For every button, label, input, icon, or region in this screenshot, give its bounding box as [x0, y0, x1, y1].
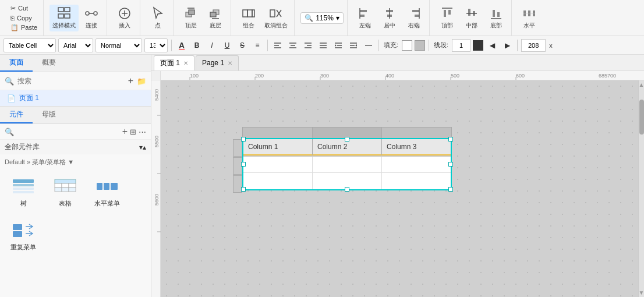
folder-icon[interactable]: 📁 — [137, 77, 146, 86]
fill-color-empty[interactable] — [402, 40, 412, 51]
text-align-left-button[interactable] — [271, 39, 284, 52]
font-size-select[interactable]: 13 — [144, 38, 168, 52]
component-tree[interactable]: 树 — [5, 172, 42, 211]
line-style-right[interactable]: ▶ — [501, 39, 514, 52]
text-justify-button[interactable] — [317, 39, 330, 52]
text-right-indent-button[interactable] — [347, 39, 360, 52]
page-search-input[interactable] — [17, 77, 125, 85]
handle-bl[interactable] — [241, 187, 246, 192]
valign-top-button[interactable]: 顶部 — [436, 5, 459, 31]
table-col2-header[interactable]: Column 2 — [313, 139, 382, 155]
page2-close-icon[interactable]: ✕ — [228, 60, 232, 66]
align-right-button[interactable]: 右端 — [402, 5, 426, 31]
svg-rect-24 — [360, 15, 365, 17]
tab-overview[interactable]: 概要 — [33, 55, 65, 72]
cut-button[interactable]: ✂ Cut — [8, 3, 40, 13]
bottom-layer-button[interactable]: 底层 — [204, 5, 227, 31]
text-style-select[interactable]: Normal — [95, 38, 142, 52]
tab-components[interactable]: 元件 — [0, 107, 33, 123]
insert-icon — [118, 6, 132, 20]
page1-close-icon[interactable]: ✕ — [183, 60, 188, 66]
handle-tc[interactable] — [345, 137, 349, 142]
component-table[interactable]: 表格 — [47, 172, 84, 211]
handle-bc[interactable] — [345, 187, 349, 192]
top-layer-button[interactable]: 顶层 — [179, 5, 203, 31]
canvas-scroll-area[interactable]: Column 1 Column 2 Column 3 — [161, 80, 638, 297]
valign-middle-button[interactable]: 中部 — [460, 5, 483, 31]
table-cell-2-3[interactable] — [382, 173, 451, 189]
svg-rect-80 — [13, 231, 22, 237]
more-component-icon[interactable]: ⋯ — [139, 128, 146, 136]
category-label: Default » 菜单/菜单格 ▼ — [0, 154, 151, 170]
scrollbar-thumb[interactable] — [639, 100, 644, 135]
svg-rect-20 — [270, 10, 275, 17]
cut-icon: ✂ — [10, 5, 16, 12]
strikethrough-button[interactable]: S — [236, 39, 249, 52]
components-search-input[interactable] — [16, 128, 120, 136]
table-cell-1-1[interactable] — [243, 157, 313, 173]
align-center-button[interactable]: 居中 — [378, 5, 401, 31]
bottom-layer-icon — [208, 6, 222, 20]
style-select[interactable]: Table Cell — [3, 38, 56, 52]
tab-masters[interactable]: 母版 — [33, 107, 65, 123]
table-widget-container[interactable]: Column 1 Column 2 Column 3 — [242, 127, 452, 190]
combine-button[interactable]: 组合 — [237, 5, 260, 31]
all-components-header[interactable]: 全部元件库 ▾▴ — [0, 140, 151, 154]
text-align-center-button[interactable] — [286, 39, 299, 52]
handle-br[interactable] — [448, 187, 453, 192]
svg-rect-65 — [13, 179, 34, 183]
line-color-box[interactable] — [473, 40, 483, 51]
connect-button[interactable]: 连接 — [80, 5, 103, 31]
text-left-indent-button[interactable] — [332, 39, 345, 52]
zoom-control[interactable]: 🔍 115% ▾ — [300, 12, 344, 24]
component-repeat[interactable]: 重复菜单 — [5, 216, 42, 255]
svg-rect-2 — [58, 14, 63, 18]
distribute-horizontal-button[interactable]: 水平 — [518, 5, 541, 31]
bold-button[interactable]: B — [190, 39, 203, 52]
font-select[interactable]: Arial — [58, 38, 93, 52]
copy-button[interactable]: ⎘ Copy — [8, 13, 40, 23]
italic-button[interactable]: I — [206, 39, 218, 52]
align-left-button[interactable]: 左端 — [353, 5, 377, 31]
canvas-tab-page1[interactable]: 页面 1 ✕ — [154, 55, 194, 70]
component-hmenu[interactable]: 水平菜单 — [89, 172, 126, 211]
valign-bottom-button[interactable]: 底部 — [484, 5, 508, 31]
paste-button[interactable]: 📋 Paste — [8, 23, 40, 33]
add-component-icon[interactable]: + — [122, 126, 128, 137]
list-button[interactable]: ≡ — [251, 39, 264, 52]
insert-button[interactable]: 插入 — [113, 5, 136, 31]
cancel-combine-button[interactable]: 取消组合 — [261, 5, 291, 31]
handle-ml[interactable] — [241, 162, 246, 167]
table-widget[interactable]: Column 1 Column 2 Column 3 — [242, 138, 452, 190]
vertical-scrollbar[interactable]: ▲ ▼ — [638, 80, 644, 297]
table-cell-1-2[interactable] — [313, 157, 382, 173]
svg-rect-67 — [13, 188, 34, 190]
line-style-left[interactable]: ◀ — [486, 39, 498, 52]
underline-button[interactable]: U — [221, 39, 233, 52]
connect-icon — [84, 6, 98, 20]
table-cell-2-1[interactable] — [243, 173, 313, 189]
underline-style-button[interactable]: — — [362, 39, 375, 52]
width-input[interactable] — [521, 39, 546, 52]
svg-rect-72 — [69, 183, 76, 188]
ruler-corner — [151, 71, 161, 80]
svg-text:500: 500 — [451, 73, 459, 79]
table-col3-header[interactable]: Column 3 — [382, 139, 451, 155]
canvas-tab-page2[interactable]: Page 1 ✕ — [196, 55, 239, 70]
line-width-input[interactable] — [452, 39, 470, 52]
select-mode-button[interactable]: 选择模式 — [49, 5, 79, 31]
handle-tr[interactable] — [448, 137, 453, 142]
align-right-icon — [407, 6, 421, 20]
text-align-right-button[interactable] — [302, 39, 314, 52]
fill-color-gray[interactable] — [415, 40, 425, 51]
handle-mr[interactable] — [448, 162, 453, 167]
add-page-icon[interactable]: + — [128, 76, 133, 86]
copy-component-icon[interactable]: ⊞ — [130, 128, 136, 136]
table-cell-1-3[interactable] — [382, 157, 451, 173]
page-item-1[interactable]: 📄 页面 1 — [0, 90, 151, 106]
table-col1-header[interactable]: Column 1 — [243, 139, 313, 155]
handle-tl[interactable] — [241, 137, 246, 142]
text-color-button[interactable]: A — [175, 39, 188, 52]
point-button[interactable]: 点 — [146, 5, 169, 31]
tab-pages[interactable]: 页面 — [0, 55, 33, 72]
